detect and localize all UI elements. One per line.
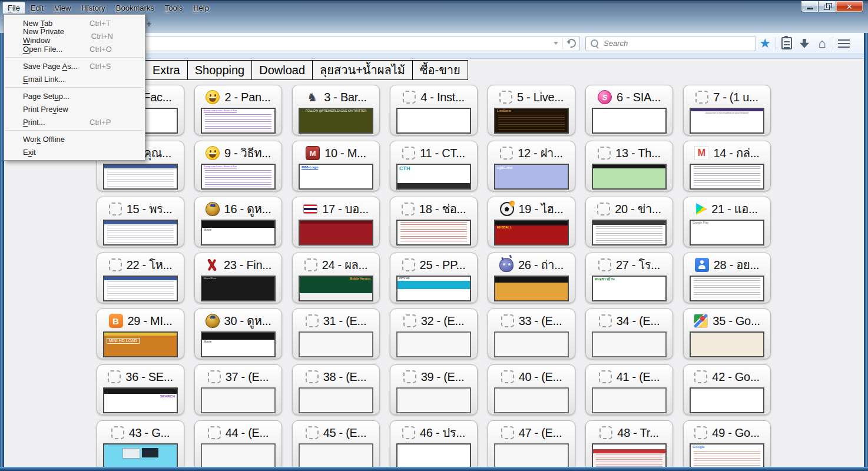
dial-tile[interactable]: 37 - (E... — [194, 364, 282, 415]
tile-header: 37 - (E... — [195, 365, 281, 387]
dial-tile[interactable]: 28 - อย... — [683, 253, 771, 303]
dial-tile[interactable]: 43 - G... — [97, 420, 184, 467]
menu-history[interactable]: History — [76, 2, 110, 14]
dial-tile[interactable]: 48 - Tr... — [585, 420, 673, 467]
window-border-bottom — [0, 467, 868, 471]
dial-tile[interactable]: 41 - (E... — [585, 364, 673, 415]
minimize-button[interactable] — [801, 1, 819, 12]
dial-tile[interactable]: 15 - พร... — [97, 197, 184, 247]
dial-tile[interactable]: 5 - Live...LiveScore — [488, 85, 575, 135]
tile-thumbnail — [299, 220, 373, 246]
dial-tile[interactable]: 38 - (E... — [292, 364, 380, 415]
search-icon — [591, 39, 598, 47]
dial-tile[interactable]: 13 - Th... — [585, 141, 673, 191]
dial-tile[interactable]: 47 - (E... — [488, 420, 575, 467]
dial-tile[interactable]: 22 - โห... — [97, 253, 184, 303]
dial-tile[interactable]: 16 - ดูห...Movie — [194, 197, 282, 247]
tile-title: 31 - (E... — [323, 314, 367, 328]
dial-tile[interactable]: 39 - (E... — [390, 364, 478, 415]
tile-thumbnail: Movie2Free — [201, 276, 276, 301]
dial-group-tabs: ExtraShoppingDowloadลุยสวน+น้ำผลไม้ซื้อ-… — [91, 60, 864, 80]
menuitem-print[interactable]: Print...Ctrl+P — [4, 115, 145, 128]
tile-title: 46 - ปร... — [420, 423, 465, 442]
dial-tile[interactable]: M10 - M...M88-Logo — [292, 141, 380, 191]
placeholder-icon — [403, 314, 416, 327]
dial-tile[interactable]: 11 - CT...CTH — [390, 141, 478, 191]
menuitem-exit[interactable]: Exit — [4, 145, 145, 158]
search-input[interactable] — [602, 38, 751, 48]
dial-tile[interactable]: S6 - SIA... — [585, 85, 673, 135]
group-tab-2[interactable]: Shopping — [187, 60, 253, 80]
menu-tools[interactable]: Tools — [160, 2, 188, 14]
dial-tile[interactable]: 23 - Fin...Movie2Free — [194, 253, 282, 303]
dial-tile[interactable]: B29 - MI...MINI HD LOAD — [97, 309, 184, 359]
menuitem-new-private-window[interactable]: New Private WindowCtrl+N — [4, 29, 145, 42]
dial-tile[interactable]: 12 - ฝา...upic.me — [488, 141, 575, 191]
search-box[interactable] — [585, 36, 756, 51]
menuitem-work-offline[interactable]: Work Offline — [4, 132, 145, 145]
dial-tile[interactable]: ♞3 - Bar...FOLLOW @PREMIERLEAGUE ON TWIT… — [292, 85, 380, 135]
thumbnail-text: M88-Logo — [300, 165, 372, 170]
menu-file[interactable]: File — [2, 2, 25, 14]
restore-button[interactable] — [819, 1, 836, 12]
tile-title: 3 - Bar... — [324, 91, 367, 104]
placeholder-icon — [598, 258, 611, 271]
dial-tile[interactable]: 20 - ข่า... — [585, 197, 673, 247]
dial-tile[interactable]: 46 - ปร... — [390, 420, 478, 467]
dial-tile[interactable]: 18 - ช่อ... — [390, 197, 478, 247]
menuitem-save-page-as[interactable]: Save Page As...Ctrl+S — [4, 59, 145, 72]
group-tab-3[interactable]: Dowload — [251, 60, 313, 80]
reload-icon[interactable] — [565, 37, 577, 49]
placeholder-icon — [304, 258, 317, 271]
menuitem-print-preview[interactable]: Print Preview — [4, 102, 145, 115]
dial-tile[interactable]: 33 - (E... — [488, 309, 575, 359]
tile-title: 17 - บอ... — [322, 200, 368, 218]
dial-tile[interactable]: 35 - Go... — [683, 309, 771, 359]
tile-title: 25 - PP... — [420, 258, 466, 272]
dial-tile[interactable]: 21 - แอ...Google Play — [683, 197, 771, 247]
home-button[interactable]: ⌂ — [813, 35, 831, 52]
dial-tile[interactable]: 36 - SE...SEARCH — [97, 364, 184, 415]
dial-tile[interactable]: 32 - (E... — [390, 309, 478, 359]
menu-view[interactable]: View — [49, 2, 76, 14]
dial-tile[interactable]: 49 - Go...Google — [683, 420, 771, 467]
dial-tile[interactable]: 26 - ถ่า... — [488, 253, 575, 303]
tile-title: 21 - แอ... — [711, 200, 758, 218]
tile-title: 10 - M... — [324, 147, 366, 160]
dial-tile[interactable]: 25 - PP...PPTV HD — [390, 253, 478, 303]
menu-edit[interactable]: Edit — [25, 2, 49, 14]
dial-tile[interactable]: 30 - ดูห...Movie — [194, 309, 282, 359]
group-tab-1[interactable]: Extra — [145, 60, 188, 80]
group-tab-5[interactable]: ซื้อ-ขาย — [412, 60, 468, 80]
urlbar-dropdown-icon[interactable] — [554, 42, 558, 45]
menu-bookmarks[interactable]: Bookmarks — [111, 2, 160, 14]
bookmark-star-button[interactable]: ★ — [756, 35, 774, 52]
dial-tile[interactable]: 2 - Pan...Pantip.com Learn, Share & Fun — [194, 85, 282, 135]
dial-tile[interactable]: 45 - (E... — [292, 420, 380, 467]
menu-help[interactable]: Help — [188, 2, 214, 14]
tile-thumbnail — [396, 108, 471, 134]
dial-tile[interactable]: 7 - (1 u...Javascript is not enabled on … — [683, 85, 771, 135]
dial-tile[interactable]: 42 - Go... — [683, 364, 771, 415]
menuitem-email-link[interactable]: Email Link... — [4, 72, 145, 85]
dial-tile[interactable]: M14 - กล่... — [683, 141, 771, 191]
tile-thumbnail — [103, 443, 178, 467]
dial-tile[interactable]: 44 - (E... — [194, 420, 282, 467]
dial-tile[interactable]: 34 - (E... — [585, 309, 673, 359]
group-tab-4[interactable]: ลุยสวน+น้ำผลไม้ — [312, 60, 413, 80]
close-button[interactable]: ✕ — [836, 1, 863, 12]
dial-tile[interactable]: 17 - บอ... — [292, 197, 380, 247]
menu-button[interactable] — [835, 35, 853, 52]
dial-tile[interactable]: 27 - โร...หมอชาวบ้าน — [585, 253, 673, 303]
dial-tile[interactable]: 19 - ไฮ...HUGBALL — [488, 197, 575, 247]
bookmarks-menu-button[interactable] — [778, 35, 796, 52]
dial-tile[interactable]: 31 - (E... — [292, 309, 380, 359]
tile-header: 23 - Fin... — [195, 253, 281, 276]
tile-thumbnail: FOLLOW @PREMIERLEAGUE ON TWITTER — [299, 108, 373, 134]
dial-tile[interactable]: 4 - Inst... — [390, 85, 478, 135]
menuitem-page-setup[interactable]: Page Setup... — [4, 89, 145, 102]
dial-tile[interactable]: 40 - (E... — [488, 364, 575, 415]
dial-tile[interactable]: 24 - ผล...Mobile Version — [292, 253, 380, 303]
dial-tile[interactable]: 9 - วิธีท...Pantip.com Learn, Share & Fu… — [194, 141, 282, 191]
downloads-button[interactable] — [796, 35, 813, 52]
